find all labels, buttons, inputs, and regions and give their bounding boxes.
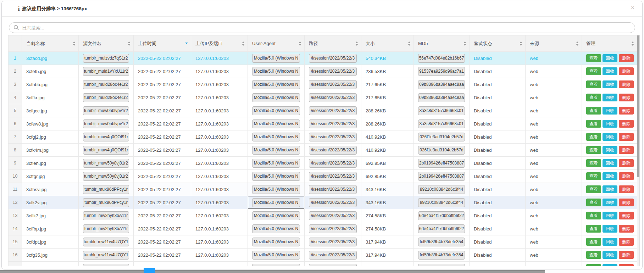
md5-button[interactable]: 56e747d084e82b16b67 [418, 54, 465, 63]
user-agent-button[interactable]: Mozilla/5.0 (Windows N [252, 251, 300, 260]
source-file-button[interactable]: tumblr_muw50y8vj81r2 [83, 159, 129, 168]
md5-button[interactable]: 91537ea9259d99ac7a1 [418, 67, 465, 76]
path-button[interactable]: /i/session/2022/05/22/3 [309, 133, 357, 141]
source-file-button[interactable]: tumblr_mux86dPPcy1r [83, 198, 129, 207]
user-agent-button[interactable]: Mozilla/5.0 (Windows N [252, 159, 300, 168]
scrollbar-thumb[interactable] [637, 35, 639, 177]
path-button[interactable]: /i/session/2022/05/22/3 [309, 119, 357, 128]
delete-button[interactable]: 删除 [619, 67, 634, 75]
source-file-button[interactable]: tumblr_mw2hyh3bA11r [83, 224, 129, 233]
recycle-button[interactable]: 回收 [603, 107, 617, 115]
user-agent-button[interactable]: Mozilla/5.0 (Windows N [252, 119, 300, 128]
md5-button[interactable]: fcf59b89b4b73defe354 [418, 251, 465, 260]
source-file-button[interactable]: tumblr_mw2hyh3bA11r [83, 211, 129, 220]
column-header-status[interactable]: 鉴黄状态 [470, 35, 526, 52]
recycle-button[interactable]: 回收 [603, 120, 617, 128]
view-button[interactable]: 查看 [586, 133, 601, 141]
user-agent-button[interactable]: Mozilla/5.0 (Windows N [252, 80, 300, 89]
user-agent-button[interactable]: Mozilla/5.0 (Windows N [252, 106, 300, 115]
user-agent-button[interactable]: Mozilla/5.0 (Windows N [252, 198, 300, 207]
md5-button[interactable]: 89210c083842d6c3f44 [418, 198, 465, 207]
user-agent-button[interactable]: Mozilla/5.0 (Windows N [252, 172, 300, 181]
path-button[interactable]: /i/session/2022/05/22/3 [309, 172, 357, 181]
md5-button[interactable]: 026f1e3ad3104e2b57d [418, 146, 465, 155]
sort-icon[interactable] [408, 41, 411, 46]
path-button[interactable]: /i/session/2022/05/22/3 [309, 238, 357, 246]
column-header-src[interactable]: 源文件名 [79, 35, 134, 52]
source-file-button[interactable]: tumblr_muld28oc4e1r2 [83, 93, 129, 102]
sort-icon-desc-active[interactable] [185, 43, 188, 44]
path-button[interactable]: /i/session/2022/05/22/3 [309, 93, 357, 102]
column-header-source[interactable]: 来源 [526, 35, 582, 52]
user-agent-button[interactable]: Mozilla/5.0 (Windows N [252, 133, 300, 141]
path-button[interactable]: /i/session/2022/05/22/3 [309, 146, 357, 155]
sort-icon[interactable] [128, 41, 131, 46]
md5-button[interactable]: 09b8396ba394aaec8aa [418, 93, 465, 102]
view-button[interactable]: 查看 [586, 146, 601, 154]
user-agent-button[interactable]: Mozilla/5.0 (Windows N [252, 67, 300, 76]
recycle-button[interactable]: 回收 [603, 80, 617, 88]
view-button[interactable]: 查看 [586, 54, 601, 62]
recycle-button[interactable]: 回收 [603, 133, 617, 141]
md5-button[interactable]: fcf59b89b4b73defe354 [418, 238, 465, 246]
view-button[interactable]: 查看 [586, 159, 601, 167]
column-header-size[interactable]: 大小 [361, 35, 414, 52]
sort-icon[interactable] [576, 41, 579, 46]
delete-button[interactable]: 删除 [619, 251, 634, 259]
source-file-button[interactable]: tumblr_muw0nblvpv1r2 [83, 106, 129, 115]
md5-button[interactable]: 09b8396ba394aaec8aa [418, 80, 465, 89]
md5-button[interactable]: 2b0199426eff47503887 [418, 172, 465, 181]
recycle-button[interactable]: 回收 [603, 172, 617, 180]
sort-icon[interactable] [520, 41, 522, 46]
source-file-button[interactable]: tumblr_muizvdz7qS1r2 [83, 54, 129, 63]
delete-button[interactable]: 删除 [619, 146, 634, 154]
view-button[interactable]: 查看 [586, 212, 601, 219]
md5-button[interactable]: 3a3c8d3157c96668c01 [418, 106, 465, 115]
delete-button[interactable]: 删除 [619, 80, 634, 88]
path-button[interactable]: /i/session/2022/05/22/3 [309, 198, 357, 207]
source-file-button[interactable]: tumblr_muld1vYxU11r2 [83, 67, 129, 76]
delete-button[interactable]: 删除 [619, 225, 634, 233]
delete-button[interactable]: 删除 [619, 199, 634, 206]
md5-button[interactable]: 6de4ba4f17dbbbffb6f22 [418, 211, 465, 220]
delete-button[interactable]: 删除 [619, 238, 634, 246]
recycle-button[interactable]: 回收 [603, 238, 617, 246]
sort-icon[interactable] [355, 41, 358, 46]
source-file-button[interactable]: tumblr_muw0nblvpv1r2 [83, 119, 129, 128]
delete-button[interactable]: 删除 [619, 264, 634, 266]
column-header-name[interactable]: 当前名称 [22, 35, 79, 52]
bottom-scrollbar[interactable] [0, 270, 545, 273]
column-header-path[interactable]: 路径 [305, 35, 361, 52]
recycle-button[interactable]: 回收 [603, 67, 617, 75]
source-file-button[interactable] [83, 264, 129, 267]
column-header-ip[interactable]: 上传IP及端口 [191, 35, 248, 52]
md5-button[interactable]: 026f1e3ad3104e2b57d [418, 133, 465, 141]
view-button[interactable]: 查看 [586, 120, 601, 128]
path-button[interactable]: /i/session/2022/05/22/3 [309, 106, 357, 115]
sort-icon[interactable] [242, 41, 245, 46]
view-button[interactable]: 查看 [586, 107, 601, 115]
close-icon[interactable]: × [631, 5, 634, 11]
delete-button[interactable]: 删除 [619, 212, 634, 219]
recycle-button[interactable]: 回收 [603, 225, 617, 233]
view-button[interactable]: 查看 [586, 225, 601, 233]
path-button[interactable]: /i/session/2022/05/22/3 [309, 67, 357, 76]
column-header-ua[interactable]: User-Agent [248, 35, 305, 52]
user-agent-button[interactable]: Mozilla/5.0 (Windows N [252, 238, 300, 246]
pagination-active-chip[interactable] [144, 268, 155, 273]
recycle-button[interactable]: 回收 [603, 146, 617, 154]
table-scrollbar[interactable] [637, 35, 640, 266]
view-button[interactable]: 查看 [586, 199, 601, 206]
path-button[interactable]: /i/session/2022/05/22/3 [309, 185, 357, 194]
recycle-button[interactable]: 回收 [603, 54, 617, 62]
sort-icon[interactable] [73, 41, 76, 46]
column-header-time[interactable]: 上传时间 [134, 35, 191, 52]
recycle-button[interactable]: 回收 [603, 212, 617, 219]
user-agent-button[interactable]: Mozilla/5.0 (Windows N [252, 146, 300, 155]
view-button[interactable]: 查看 [586, 172, 601, 180]
source-file-button[interactable]: tumblr_muld28oc4e1r2 [83, 80, 129, 89]
source-file-button[interactable]: tumblr_mw11w4U7QY1 [83, 251, 129, 260]
column-header-md5[interactable]: MD5 [414, 35, 470, 52]
user-agent-button[interactable]: Mozilla/5.0 (Windows N [252, 93, 300, 102]
view-button[interactable]: 查看 [586, 238, 601, 246]
